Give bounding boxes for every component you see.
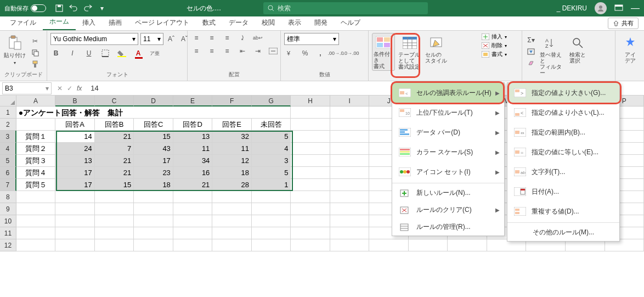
align-middle-icon[interactable]: ≡ xyxy=(206,33,217,43)
enter-formula-icon[interactable]: ✓ xyxy=(67,85,72,92)
avatar[interactable] xyxy=(595,2,607,14)
cancel-formula-icon[interactable]: ✕ xyxy=(57,85,63,92)
data-cell[interactable]: 5 xyxy=(252,167,291,179)
wrap-text-icon[interactable]: ab↩ xyxy=(252,33,263,43)
data-cell[interactable]: 28 xyxy=(212,179,252,191)
data-cell[interactable]: 18 xyxy=(212,167,252,179)
row-header[interactable]: 8 xyxy=(0,191,16,203)
column-header[interactable]: D xyxy=(134,96,173,107)
menu-new-rule[interactable]: 新しいルール(N)... xyxy=(392,184,504,201)
search-input[interactable]: 検索 xyxy=(263,2,428,14)
row-label[interactable]: 質問４ xyxy=(16,167,56,179)
format-painter-icon[interactable] xyxy=(30,59,41,69)
data-cell[interactable]: 21 xyxy=(95,155,134,167)
italic-button[interactable]: I xyxy=(67,48,78,58)
column-header[interactable]: A xyxy=(16,96,56,107)
[interactable] xyxy=(448,239,487,251)
column-header[interactable]: I xyxy=(330,96,370,107)
format-as-table-button[interactable]: テーブルとして 書式設定 xyxy=(398,33,421,70)
[interactable] xyxy=(16,191,56,203)
[interactable] xyxy=(55,203,95,215)
[interactable] xyxy=(95,215,134,227)
row-label[interactable]: 質問２ xyxy=(16,143,56,155)
[interactable] xyxy=(330,227,370,239)
[interactable] xyxy=(16,227,56,239)
[interactable] xyxy=(330,179,370,191)
[interactable] xyxy=(173,215,213,227)
column-label[interactable]: 回答E xyxy=(212,119,252,131)
[interactable] xyxy=(330,239,370,251)
[interactable] xyxy=(252,203,291,215)
[interactable] xyxy=(134,215,173,227)
data-cell[interactable]: 43 xyxy=(134,143,173,155)
tab-layout[interactable]: ページ レイアウト xyxy=(128,15,196,30)
[interactable] xyxy=(55,227,95,239)
[interactable] xyxy=(291,131,330,143)
[interactable] xyxy=(212,203,252,215)
row-header[interactable]: 7 xyxy=(0,179,16,191)
fx-icon[interactable]: fx xyxy=(77,85,82,92)
tab-review[interactable]: 校閲 xyxy=(255,15,281,30)
qat-dropdown-icon[interactable]: ▾ xyxy=(98,4,106,13)
data-cell[interactable]: 7 xyxy=(95,143,134,155)
[interactable] xyxy=(291,107,330,119)
select-all-corner[interactable] xyxy=(0,96,16,107)
data-cell[interactable]: 23 xyxy=(134,167,173,179)
[interactable] xyxy=(330,191,370,203)
[interactable] xyxy=(173,239,213,251)
ideas-button[interactable]: アイ デア xyxy=(619,33,642,64)
data-cell[interactable]: 16 xyxy=(173,167,213,179)
data-cell[interactable]: 21 xyxy=(95,131,134,143)
ribbon-display-icon[interactable] xyxy=(614,4,623,12)
border-button[interactable] xyxy=(100,48,111,58)
[interactable] xyxy=(16,203,56,215)
[interactable] xyxy=(330,131,370,143)
bold-button[interactable]: B xyxy=(50,48,61,58)
menu-highlight-rules[interactable]: < セルの強調表示ルール(H)▶ xyxy=(392,83,504,103)
undo-icon[interactable] xyxy=(69,4,78,13)
[interactable] xyxy=(16,119,56,131)
menu-greater-than[interactable]: > 指定の値より大きい(G)... xyxy=(507,83,619,103)
column-header[interactable]: H xyxy=(291,96,330,107)
[interactable] xyxy=(252,191,291,203)
menu-top-bottom-rules[interactable]: 10 上位/下位ルール(T)▶ xyxy=(392,103,504,122)
find-select-button[interactable]: 検索と 選択 xyxy=(566,33,589,64)
sheet-title[interactable]: ●アンケート回答・解答 集計 xyxy=(16,107,291,119)
[interactable] xyxy=(16,239,56,251)
[interactable] xyxy=(330,155,370,167)
align-top-icon[interactable]: ≡ xyxy=(191,33,202,43)
menu-more-rules[interactable]: その他のルール(M)... xyxy=(507,224,619,241)
[interactable] xyxy=(291,155,330,167)
merge-cells-icon[interactable] xyxy=(268,46,279,56)
row-header[interactable]: 11 xyxy=(0,227,16,239)
column-header[interactable]: C xyxy=(95,96,134,107)
tab-file[interactable]: ファイル xyxy=(3,15,43,30)
cell-styles-button[interactable]: セルの スタイル xyxy=(425,33,448,64)
data-cell[interactable]: 15 xyxy=(95,179,134,191)
[interactable] xyxy=(16,215,56,227)
column-header[interactable]: E xyxy=(173,96,213,107)
[interactable] xyxy=(291,215,330,227)
row-header[interactable]: 9 xyxy=(0,203,16,215)
column-label[interactable]: 回答C xyxy=(134,119,173,131)
copy-icon[interactable] xyxy=(30,48,41,58)
align-bottom-icon[interactable]: ≡ xyxy=(222,33,233,43)
[interactable] xyxy=(134,227,173,239)
font-size-select[interactable]: 11▾ xyxy=(140,33,163,45)
font-name-select[interactable]: Yu Gothic Medium▾ xyxy=(50,33,138,45)
data-cell[interactable]: 34 xyxy=(173,155,213,167)
name-box[interactable]: B3▾ xyxy=(2,82,52,94)
[interactable] xyxy=(95,227,134,239)
[interactable] xyxy=(291,191,330,203)
percent-icon[interactable]: % xyxy=(300,48,310,58)
tab-data[interactable]: データ xyxy=(222,15,255,30)
[interactable] xyxy=(173,191,213,203)
sort-filter-button[interactable]: AZ 並べ替えと フィルター xyxy=(540,33,563,76)
cut-icon[interactable]: ✂ xyxy=(30,36,41,46)
increase-decimal-icon[interactable]: .00→.0 xyxy=(330,48,341,58)
menu-manage-rules[interactable]: ルールの管理(R)... xyxy=(392,218,504,236)
[interactable] xyxy=(212,227,252,239)
comma-icon[interactable]: , xyxy=(315,48,326,58)
[interactable] xyxy=(409,239,448,251)
[interactable] xyxy=(252,215,291,227)
